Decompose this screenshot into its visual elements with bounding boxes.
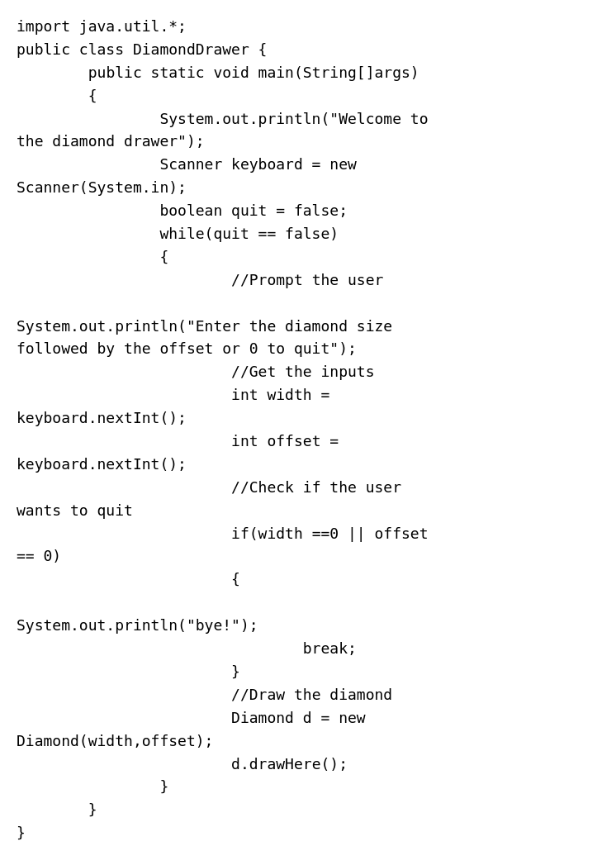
- code-content: import java.util.*; public class Diamond…: [17, 15, 599, 844]
